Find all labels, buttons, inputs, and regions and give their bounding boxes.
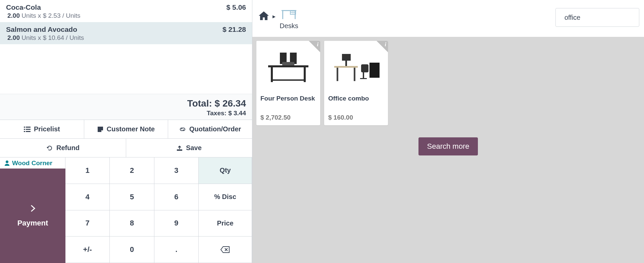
key-3[interactable]: 3 (154, 157, 199, 184)
svg-rect-25 (354, 68, 355, 81)
save-button[interactable]: Save (126, 139, 252, 157)
svg-point-12 (293, 12, 293, 12)
products-grid: i Four Person Desk $ 2,702.50 i Office c… (252, 37, 644, 159)
svg-rect-22 (282, 62, 294, 65)
order-line-total: $ 21.28 (222, 25, 246, 34)
product-card[interactable]: i Office combo $ 160.00 (324, 41, 388, 125)
search-more-button[interactable]: Search more (418, 137, 478, 155)
svg-rect-8 (282, 11, 283, 19)
payment-button[interactable]: Payment (0, 169, 65, 263)
info-icon[interactable]: i (317, 42, 318, 48)
key-6[interactable]: 6 (154, 184, 199, 210)
undo-icon (46, 145, 53, 151)
svg-rect-5 (26, 131, 31, 132)
order-line-total: $ 5.06 (227, 3, 246, 11)
breadcrumb-separator: ▸ (273, 3, 276, 20)
order-line-name: Salmon and Avocado (6, 25, 77, 34)
svg-rect-2 (24, 129, 25, 130)
svg-rect-30 (360, 78, 367, 79)
svg-rect-23 (334, 66, 358, 68)
order-panel: Coca-Cola $ 5.06 2.00 Units x $ 2.53 / U… (0, 0, 252, 263)
svg-rect-16 (268, 65, 308, 67)
svg-rect-19 (271, 79, 306, 81)
key-8[interactable]: 8 (110, 210, 154, 237)
key-backspace[interactable] (199, 237, 252, 263)
key-1[interactable]: 1 (65, 157, 110, 184)
keypad-area: Wood Corner Payment 1 2 3 Qty 4 5 6 % Di… (0, 157, 252, 263)
user-icon (5, 160, 9, 166)
category-desks[interactable]: Desks (278, 3, 300, 31)
key-dot[interactable]: . (154, 237, 199, 263)
product-price: $ 2,702.50 (260, 114, 316, 121)
svg-point-6 (6, 160, 8, 163)
key-9[interactable]: 9 (154, 210, 199, 237)
order-line-name: Coca-Cola (6, 3, 41, 11)
order-line[interactable]: Salmon and Avocado $ 21.28 2.00 Units x … (0, 22, 252, 44)
list-icon (24, 126, 31, 132)
svg-rect-0 (24, 127, 25, 128)
svg-rect-27 (345, 61, 347, 66)
total-label: Total: (187, 98, 212, 109)
svg-rect-3 (26, 129, 31, 130)
key-price[interactable]: Price (199, 210, 252, 237)
desk-icon (280, 5, 298, 21)
key-7[interactable]: 7 (65, 210, 110, 237)
key-0[interactable]: 0 (110, 237, 154, 263)
key-5[interactable]: 5 (110, 184, 154, 210)
upload-icon (177, 145, 183, 151)
link-icon (179, 126, 186, 132)
taxes-label: Taxes: (207, 110, 227, 117)
customer-note-button[interactable]: Customer Note (84, 120, 168, 138)
key-qty[interactable]: Qty (199, 157, 252, 184)
svg-point-13 (293, 13, 293, 14)
pricelist-button[interactable]: Pricelist (0, 120, 84, 138)
svg-rect-1 (26, 127, 31, 128)
action-row-1: Pricelist Customer Note Quotation/Order (0, 120, 252, 138)
totals: Total: $ 26.34 Taxes: $ 3.44 (0, 94, 252, 120)
key-disc[interactable]: % Disc (199, 184, 252, 210)
order-line-detail: 2.00 Units x $ 10.64 / Units (6, 34, 246, 42)
product-card[interactable]: i Four Person Desk $ 2,702.50 (256, 41, 320, 125)
home-button[interactable] (257, 3, 270, 21)
svg-rect-31 (369, 63, 380, 78)
product-panel: ▸ Desks i Four Perso (252, 0, 644, 263)
product-name: Four Person Desk (260, 94, 316, 111)
key-4[interactable]: 4 (65, 184, 110, 210)
quotation-button[interactable]: Quotation/Order (168, 120, 252, 138)
refund-button[interactable]: Refund (0, 139, 126, 157)
order-line-detail: 2.00 Units x $ 2.53 / Units (6, 12, 246, 19)
order-line[interactable]: Coca-Cola $ 5.06 2.00 Units x $ 2.53 / U… (0, 0, 252, 22)
key-2[interactable]: 2 (110, 157, 154, 184)
svg-rect-28 (361, 64, 368, 72)
info-icon[interactable]: i (385, 42, 386, 48)
product-price: $ 160.00 (328, 114, 384, 121)
order-lines: Coca-Cola $ 5.06 2.00 Units x $ 2.53 / U… (0, 0, 252, 44)
note-icon (97, 126, 103, 132)
keypad: 1 2 3 Qty 4 5 6 % Disc 7 8 9 Price +/- 0… (65, 157, 252, 263)
product-header: ▸ Desks (252, 0, 644, 37)
search-box[interactable] (555, 8, 639, 27)
taxes-amount: $ 3.44 (228, 110, 246, 117)
svg-rect-26 (342, 54, 351, 61)
svg-rect-29 (363, 72, 364, 78)
key-plusminus[interactable]: +/- (65, 237, 110, 263)
category-label: Desks (280, 22, 298, 30)
action-row-2: Refund Save (0, 138, 252, 157)
search-input[interactable] (564, 14, 644, 21)
svg-rect-4 (24, 131, 25, 132)
total-amount: $ 26.34 (215, 98, 246, 109)
chevron-right-icon (29, 204, 37, 213)
home-icon (258, 11, 269, 21)
customer-button[interactable]: Wood Corner (0, 157, 65, 169)
backspace-icon (220, 246, 230, 253)
svg-rect-24 (337, 68, 338, 81)
product-name: Office combo (328, 94, 384, 111)
